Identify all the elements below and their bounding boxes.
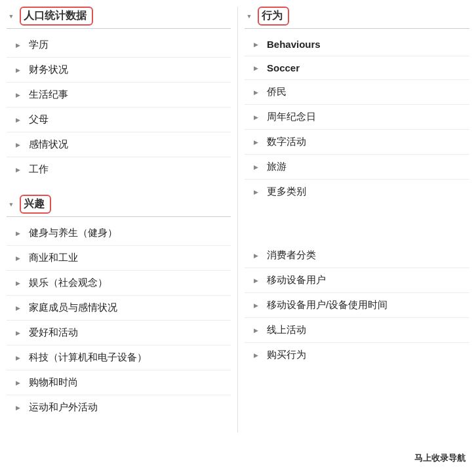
list-item[interactable]: 消费者分类: [245, 243, 469, 268]
behaviours-list: Behaviours Soccer 侨民 周年纪念日 数字活动: [245, 33, 469, 204]
item-expand-icon: [251, 64, 260, 73]
item-expand-icon: [251, 251, 260, 260]
item-expand-icon: [251, 138, 260, 147]
list-item[interactable]: 财务状况: [7, 58, 231, 83]
item-label: 爱好和活动: [29, 326, 78, 339]
item-expand-icon: [13, 140, 22, 149]
list-item[interactable]: 购买行为: [245, 343, 469, 367]
item-label: 运动和户外活动: [29, 401, 98, 414]
item-expand-icon: [13, 328, 22, 338]
interests-list: 健身与养生（健身） 商业和工业 娱乐（社会观念） 家庭成员与感情状况 爱好和活动: [7, 221, 231, 420]
item-label: 周年纪念日: [267, 111, 316, 123]
interests-collapse-arrow[interactable]: [7, 200, 16, 209]
behaviours-outline: 行为: [258, 7, 289, 26]
item-expand-icon: [13, 229, 22, 238]
item-expand-icon: [13, 254, 22, 263]
list-item[interactable]: 科技（计算机和电子设备）: [7, 345, 231, 370]
item-label: 工作: [29, 163, 49, 176]
demographics-list: 学历 财务状况 生活纪事 父母 感情状况: [7, 33, 231, 182]
item-label: 旅游: [267, 161, 287, 173]
right-gap: [245, 217, 469, 243]
list-item[interactable]: 家庭成员与感情状况: [7, 296, 231, 321]
more-behaviours-section: 消费者分类 移动设备用户 移动设备用户/设备使用时间 线上活动 购买行为: [245, 243, 469, 367]
list-item[interactable]: 运动和户外活动: [7, 395, 231, 420]
demographics-collapse-arrow[interactable]: [7, 12, 16, 21]
item-label: 财务状况: [29, 64, 68, 76]
item-label: 移动设备用户/设备使用时间: [267, 299, 387, 311]
list-item[interactable]: 移动设备用户/设备使用时间: [245, 293, 469, 318]
item-expand-icon: [251, 163, 260, 172]
list-item[interactable]: 工作: [7, 157, 231, 182]
item-label: Behaviours: [267, 39, 321, 50]
item-expand-icon: [13, 353, 22, 363]
item-label: 侨民: [267, 86, 287, 98]
list-item[interactable]: 移动设备用户: [245, 268, 469, 293]
item-label: 数字活动: [267, 136, 306, 148]
item-label: 购物和时尚: [29, 376, 78, 389]
interests-title: 兴趣: [24, 197, 45, 211]
list-item[interactable]: 侨民: [245, 80, 469, 105]
item-label: 更多类别: [267, 186, 306, 198]
list-item[interactable]: 旅游: [245, 155, 469, 180]
demographics-outline: 人口统计数据: [20, 7, 93, 26]
item-expand-icon: [13, 41, 22, 50]
item-label: 家庭成员与感情状况: [29, 302, 117, 314]
item-label: Soccer: [267, 62, 300, 73]
page-wrapper: 人口统计数据 学历 财务状况 生活纪事 父母: [0, 0, 476, 439]
item-label: 消费者分类: [267, 249, 316, 262]
item-expand-icon: [13, 279, 22, 288]
item-label: 购买行为: [267, 349, 306, 361]
item-expand-icon: [251, 326, 260, 335]
item-expand-icon: [13, 115, 22, 125]
item-label: 父母: [29, 113, 49, 126]
item-expand-icon: [13, 165, 22, 174]
left-column: 人口统计数据 学历 财务状况 生活纪事 父母: [0, 7, 238, 433]
list-item[interactable]: 数字活动: [245, 130, 469, 155]
list-item[interactable]: 商业和工业: [7, 246, 231, 271]
list-item[interactable]: 线上活动: [245, 318, 469, 343]
behaviours-section: 行为 Behaviours Soccer 侨民 周年纪念日: [245, 7, 469, 204]
item-expand-icon: [251, 187, 260, 197]
list-item[interactable]: 爱好和活动: [7, 321, 231, 345]
item-label: 科技（计算机和电子设备）: [29, 351, 147, 364]
item-expand-icon: [251, 276, 260, 285]
list-item[interactable]: 感情状况: [7, 132, 231, 157]
list-item[interactable]: 更多类别: [245, 180, 469, 204]
item-label: 娱乐（社会观念）: [29, 277, 108, 289]
more-behaviours-list: 消费者分类 移动设备用户 移动设备用户/设备使用时间 线上活动 购买行为: [245, 243, 469, 367]
list-item[interactable]: 周年纪念日: [245, 105, 469, 130]
item-label: 生活纪事: [29, 88, 68, 101]
demographics-section: 人口统计数据 学历 财务状况 生活纪事 父母: [7, 7, 231, 182]
list-item[interactable]: Soccer: [245, 56, 469, 80]
item-expand-icon: [13, 378, 22, 387]
item-expand-icon: [251, 351, 260, 360]
list-item[interactable]: 父母: [7, 108, 231, 132]
item-expand-icon: [13, 90, 22, 100]
item-label: 健身与养生（健身）: [29, 227, 117, 239]
list-item[interactable]: 学历: [7, 33, 231, 58]
interests-section: 兴趣 健身与养生（健身） 商业和工业 娱乐（社会观念） 家庭: [7, 195, 231, 420]
list-item[interactable]: 健身与养生（健身）: [7, 221, 231, 246]
list-item[interactable]: 购物和时尚: [7, 370, 231, 395]
demographics-header: 人口统计数据: [7, 7, 231, 29]
item-label: 商业和工业: [29, 252, 78, 264]
list-item[interactable]: 娱乐（社会观念）: [7, 271, 231, 296]
item-expand-icon: [251, 88, 260, 97]
behaviours-collapse-arrow[interactable]: [245, 12, 254, 21]
item-expand-icon: [251, 40, 260, 49]
right-column: 行为 Behaviours Soccer 侨民 周年纪念日: [238, 7, 476, 433]
demographics-title: 人口统计数据: [24, 9, 87, 23]
item-expand-icon: [13, 304, 22, 313]
item-expand-icon: [13, 66, 22, 75]
item-expand-icon: [251, 301, 260, 310]
item-label: 移动设备用户: [267, 274, 326, 286]
list-item[interactable]: 生活纪事: [7, 83, 231, 108]
item-label: 感情状况: [29, 138, 68, 151]
item-label: 学历: [29, 39, 49, 51]
behaviours-header: 行为: [245, 7, 469, 29]
item-expand-icon: [251, 113, 260, 122]
item-expand-icon: [13, 403, 22, 412]
interests-header: 兴趣: [7, 195, 231, 217]
interests-outline: 兴趣: [20, 195, 51, 214]
list-item[interactable]: Behaviours: [245, 33, 469, 56]
